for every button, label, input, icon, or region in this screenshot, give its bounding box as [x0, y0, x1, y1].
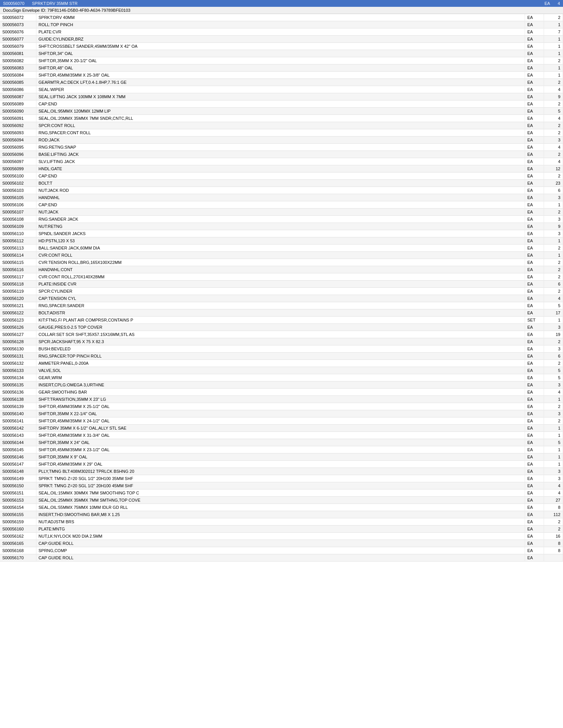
cell-unit: EA [525, 259, 544, 266]
cell-id: S00056143 [0, 432, 36, 439]
cell-id: S00056155 [0, 511, 36, 518]
cell-quantity: 1 [544, 252, 563, 259]
table-row: S00056134GEAR,WRMEA5 [0, 374, 563, 381]
cell-quantity: 2 [544, 245, 563, 252]
cell-quantity: 5 [544, 108, 563, 115]
cell-description: CAP GUIDE ROLL [36, 554, 525, 562]
cell-unit: EA [525, 28, 544, 36]
cell-quantity: 2 [544, 288, 563, 295]
table-row: S00056159NUT:ADJSTM BRSEA2 [0, 518, 563, 526]
cell-id: S00056110 [0, 230, 36, 237]
cell-quantity: 3 [544, 136, 563, 144]
cell-unit: EA [525, 93, 544, 100]
table-row: S00056099HNDL:GATEEA12 [0, 165, 563, 173]
cell-unit: EA [525, 396, 544, 403]
cell-description: SEAL:LIFTNG JACK 100MM X 108MM X 7MM [36, 93, 525, 100]
cell-unit: EA [525, 374, 544, 381]
cell-quantity: 2 [544, 360, 563, 367]
cell-quantity: 4 [544, 86, 563, 93]
cell-description: CVR:CONT ROLL,270X140X28MM [36, 273, 525, 281]
cell-unit: EA [525, 360, 544, 367]
cell-description: SEAL,OIL:20MMX 35MMX 7MM SNDR,CNTC,RLL [36, 115, 525, 122]
cell-unit: EA [525, 21, 544, 28]
cell-unit: EA [525, 389, 544, 396]
cell-unit: EA [525, 526, 544, 533]
cell-quantity: 1 [544, 317, 563, 324]
cell-unit: EA [525, 115, 544, 122]
cell-unit: EA [525, 482, 544, 490]
cell-quantity: 8 [544, 547, 563, 554]
cell-quantity: 8 [544, 540, 563, 547]
cell-quantity: 2 [544, 151, 563, 158]
cell-unit: EA [525, 425, 544, 432]
cell-unit: EA [525, 201, 544, 209]
header-unit: EA [544, 1, 550, 6]
cell-unit: EA [525, 547, 544, 554]
table-row: S00056149SPRKT: TMNG Z=20 SGL 1/2" 20H10… [0, 475, 563, 482]
cell-description: VALVE,SOL [36, 367, 525, 374]
cell-unit: EA [525, 36, 544, 43]
cell-id: S00056118 [0, 281, 36, 288]
cell-description: RNG,SPACER:TOP PINCH ROLL [36, 353, 525, 360]
cell-id: S00056136 [0, 389, 36, 396]
table-row: S00056087SEAL:LIFTNG JACK 100MM X 108MM … [0, 93, 563, 100]
table-row: S00056073ROLL:TOP PINCHEA1 [0, 21, 563, 28]
table-row: S00056084SHFT:DR,45MM/35MM X 25-3/8" OAL… [0, 72, 563, 79]
cell-unit: EA [525, 533, 544, 540]
cell-id: S00056087 [0, 93, 36, 100]
cell-description: ROD:JACK [36, 136, 525, 144]
cell-id: S00056119 [0, 288, 36, 295]
cell-unit: EA [525, 252, 544, 259]
table-row: S00056081SHFT:DR,34" OALEA1 [0, 50, 563, 57]
cell-description: CAP:END [36, 100, 525, 108]
table-row: S00056093RNG,SPACER:CONT ROLLEA2 [0, 129, 563, 136]
cell-description: GEAR:SMOOTHING BAR [36, 389, 525, 396]
cell-description: RNG:RETNG:SNAP [36, 144, 525, 151]
cell-description: PLLY,TMNG BLT:408M302012 TPRLCK BSHNG 20 [36, 468, 525, 475]
cell-id: S00056081 [0, 50, 36, 57]
cell-id: S00056099 [0, 165, 36, 173]
cell-unit: EA [525, 122, 544, 129]
cell-quantity: 23 [544, 180, 563, 187]
table-row: S00056136GEAR:SMOOTHING BAREA4 [0, 389, 563, 396]
cell-description: KIT:FTNG,F/ PLANT AIR COMPRSR,CONTAINS P [36, 317, 525, 324]
cell-unit: EA [525, 504, 544, 511]
cell-id: S00056114 [0, 252, 36, 259]
cell-id: S00056082 [0, 57, 36, 64]
cell-unit: EA [525, 461, 544, 468]
cell-id: S00056138 [0, 396, 36, 403]
cell-id: S00056145 [0, 446, 36, 453]
cell-description: INSERT,THD:SMOOTHING BAR,M8 X 1.25 [36, 511, 525, 518]
header-qty: 4 [558, 1, 560, 6]
cell-unit: EA [525, 288, 544, 295]
cell-unit: EA [525, 453, 544, 461]
cell-unit: EA [525, 490, 544, 497]
cell-description: RNG,SPACER:CONT ROLL [36, 129, 525, 136]
cell-description: SPRKT:DRV 40MM [36, 14, 525, 21]
cell-unit: EA [525, 331, 544, 338]
table-row: S00056114CVR:CONT ROLLEA1 [0, 252, 563, 259]
cell-unit: EA [525, 281, 544, 288]
cell-quantity: 6 [544, 281, 563, 288]
cell-quantity: 2 [544, 129, 563, 136]
cell-unit: EA [525, 144, 544, 151]
table-row: S00056141SHFT:DR,45MM/35MM X 24-1/2" OAL… [0, 417, 563, 425]
cell-id: S00056130 [0, 345, 36, 353]
cell-description: SLV:LIFTING JACK [36, 158, 525, 165]
table-row: S00056140SHFT:DR,35MM X 22-1/4" OALEA3 [0, 410, 563, 417]
cell-id: S00056146 [0, 453, 36, 461]
cell-description: CAP:END [36, 173, 525, 180]
cell-id: S00056153 [0, 497, 36, 504]
cell-description: SHFT:DR,45MM/35MM X 23-1/2" OAL [36, 446, 525, 453]
cell-unit: EA [525, 273, 544, 281]
cell-description: SHFT:CROSSBELT SANDER,45MM/35MM X 42" OA [36, 43, 525, 50]
table-row: S00056109NUT:RETNGEA9 [0, 223, 563, 230]
table-row: S00056154SEAL,OIL:55MMX 75MMX 10MM IDLR … [0, 504, 563, 511]
cell-quantity: 3 [544, 345, 563, 353]
cell-id: S00056133 [0, 367, 36, 374]
table-row: S00056085GEARMTR,AC:DECK LFT,0.4-1.8HP,7… [0, 79, 563, 86]
cell-id: S00056092 [0, 122, 36, 129]
table-row: S00056147SHFT:DR,45MM/35MM X 29" OALEA1 [0, 461, 563, 468]
table-row: S00056076PLATE:CVREA7 [0, 28, 563, 36]
table-row: S00056092SPCR:CONT ROLLEA2 [0, 122, 563, 129]
